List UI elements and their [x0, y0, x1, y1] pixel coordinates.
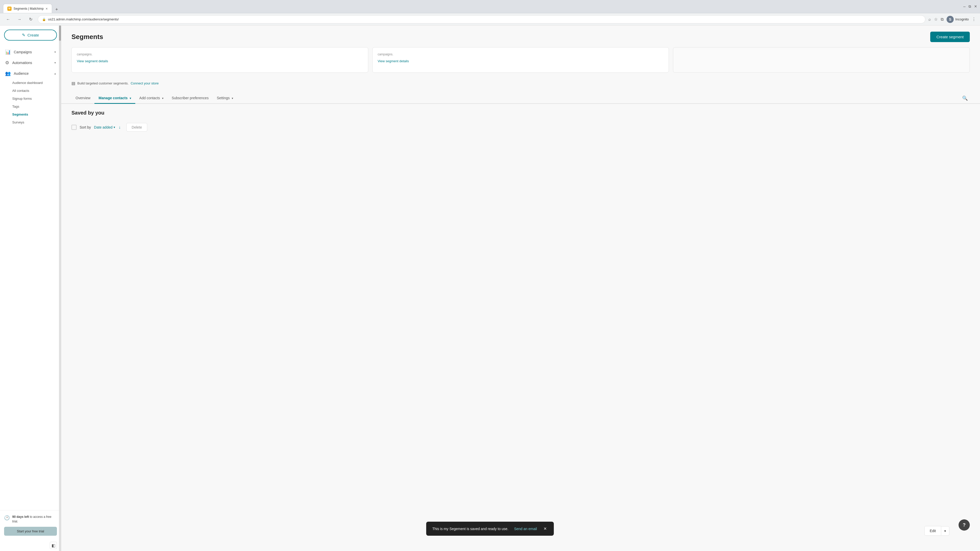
toast-action-link[interactable]: Send an email: [514, 527, 537, 531]
tabs-nav: Overview Manage contacts ▾ Add contacts …: [61, 93, 980, 104]
saved-section: Saved by you Sort by Date added ▾ ↓ Dele…: [61, 104, 980, 142]
main-content: Segments Create segment campaigns. View …: [61, 25, 980, 551]
tab-subscriber-preferences[interactable]: Subscriber preferences: [168, 93, 213, 104]
audience-subnav: Audience dashboard All contacts Signup f…: [0, 79, 61, 126]
toast-close-button[interactable]: ×: [542, 526, 548, 532]
sort-direction-button[interactable]: ↓: [118, 124, 121, 130]
incognito-area: S Incognito: [947, 16, 969, 23]
start-free-trial-button[interactable]: Start your free trial: [4, 527, 57, 536]
app-container: ✎ Create 📊 Campaigns ▾ ⚙ Automations ▾ 👥…: [0, 25, 980, 551]
incognito-label: Incognito: [955, 17, 969, 21]
sort-by-dropdown[interactable]: Date added ▾: [94, 125, 115, 129]
select-all-checkbox[interactable]: [72, 125, 76, 130]
sidebar-scrollbar-thumb: [59, 25, 61, 41]
sort-dropdown-chevron-icon: ▾: [114, 125, 115, 129]
tab-add-contacts-label: Add contacts: [139, 96, 160, 100]
campaigns-icon: 📊: [5, 49, 11, 55]
sidebar-automations-label: Automations: [12, 61, 32, 65]
view-segment-details-link-0[interactable]: View segment details: [77, 59, 363, 63]
forward-button[interactable]: →: [15, 15, 24, 24]
segment-card-1: campaigns. View segment details: [372, 47, 669, 73]
minimize-button[interactable]: –: [963, 4, 966, 9]
browser-more-icon[interactable]: ⋮: [972, 17, 976, 22]
top-bar: Segments Create segment: [61, 25, 980, 47]
help-button[interactable]: ?: [959, 519, 970, 530]
lock-icon: 🔒: [42, 17, 46, 21]
address-bar[interactable]: 🔒 us21.admin.mailchimp.com/audience/segm…: [38, 15, 925, 24]
toast-message-text: This is my Segement is saved and ready t…: [432, 527, 508, 531]
maximize-button[interactable]: ⧉: [969, 4, 971, 9]
manage-contacts-chevron-icon: ▾: [130, 97, 131, 100]
days-left-text: 90 days left: [12, 515, 29, 519]
edit-caret-button[interactable]: ▾: [941, 526, 950, 536]
pencil-icon: ✎: [22, 33, 25, 38]
new-tab-button[interactable]: +: [53, 6, 60, 13]
tab-manage-contacts-label: Manage contacts: [99, 96, 127, 100]
sidebar: ✎ Create 📊 Campaigns ▾ ⚙ Automations ▾ 👥…: [0, 25, 61, 551]
segment-card-1-subtitle: campaigns.: [378, 52, 664, 56]
segment-cards-grid: campaigns. View segment details campaign…: [61, 47, 980, 78]
tab-title: Segments | Mailchimp: [14, 7, 44, 11]
browser-chrome: M Segments | Mailchimp × + – ⧉ ×: [0, 0, 980, 13]
tab-search-button[interactable]: 🔍: [960, 94, 970, 103]
campaigns-chevron-icon: ▾: [54, 50, 56, 54]
incognito-avatar[interactable]: S: [947, 16, 954, 23]
browser-nav-icons: ⌕ ☆ ⧉ S Incognito ⋮: [928, 16, 976, 23]
edit-dropdown: Edit ▾: [924, 526, 950, 536]
back-button[interactable]: ←: [4, 15, 12, 24]
tab-favicon: M: [7, 6, 11, 11]
tab-add-contacts[interactable]: Add contacts ▾: [135, 93, 168, 104]
connect-store-link[interactable]: Connect your store: [130, 81, 159, 85]
clock-icon: 🕐: [4, 515, 10, 521]
sidebar-collapse-button[interactable]: ◧: [50, 542, 57, 549]
tab-settings[interactable]: Settings ▾: [213, 93, 237, 104]
sidebar-create-area: ✎ Create: [4, 30, 57, 41]
create-button[interactable]: ✎ Create: [4, 30, 57, 41]
page-title: Segments: [72, 33, 103, 41]
tab-close-button[interactable]: ×: [46, 6, 48, 11]
browser-search-icon[interactable]: ⌕: [928, 17, 931, 22]
sidebar-item-audience-dashboard[interactable]: Audience dashboard: [12, 79, 61, 87]
sidebar-item-automations[interactable]: ⚙ Automations ▾: [0, 57, 61, 68]
delete-button[interactable]: Delete: [126, 123, 147, 132]
add-contacts-chevron-icon: ▾: [162, 97, 164, 100]
active-tab[interactable]: M Segments | Mailchimp ×: [3, 4, 52, 13]
sidebar-item-campaigns[interactable]: 📊 Campaigns ▾: [0, 47, 61, 57]
saved-section-title: Saved by you: [72, 110, 970, 116]
segment-card-2-empty: [673, 47, 970, 73]
close-window-button[interactable]: ×: [974, 4, 977, 9]
browser-bookmark-icon[interactable]: ☆: [934, 17, 938, 22]
create-label: Create: [27, 33, 39, 37]
store-banner: ▤ Build targeted customer segments. Conn…: [61, 78, 980, 89]
edit-button[interactable]: Edit: [924, 526, 941, 536]
sidebar-item-segments[interactable]: Segments: [12, 110, 61, 118]
store-banner-text: Build targeted customer segments.: [77, 81, 129, 85]
sidebar-audience-label: Audience: [14, 71, 29, 76]
tab-settings-label: Settings: [217, 96, 230, 100]
sort-by-label: Sort by: [80, 125, 91, 129]
address-text: us21.admin.mailchimp.com/audience/segmen…: [48, 17, 119, 21]
store-icon: ▤: [72, 81, 75, 86]
sidebar-item-surveys[interactable]: Surveys: [12, 118, 61, 126]
toast-notification: This is my Segement is saved and ready t…: [426, 522, 554, 536]
sidebar-item-signup-forms[interactable]: Signup forms: [12, 95, 61, 103]
sidebar-nav: 📊 Campaigns ▾ ⚙ Automations ▾ 👥 Audience…: [0, 44, 61, 510]
automations-icon: ⚙: [5, 60, 9, 65]
sidebar-item-audience[interactable]: 👥 Audience ▴: [0, 68, 61, 79]
sidebar-item-tags[interactable]: Tags: [12, 103, 61, 110]
sidebar-item-all-contacts[interactable]: All contacts: [12, 87, 61, 95]
tab-manage-contacts[interactable]: Manage contacts ▾: [94, 93, 135, 104]
audience-chevron-icon: ▴: [54, 72, 56, 75]
trial-text-block: 90 days left to access a free trial.: [12, 514, 57, 524]
trial-info: 🕐 90 days left to access a free trial.: [4, 514, 57, 524]
sort-bar: Sort by Date added ▾ ↓ Delete: [72, 121, 970, 134]
sidebar-campaigns-label: Campaigns: [14, 50, 32, 54]
segment-card-0-subtitle: campaigns.: [77, 52, 363, 56]
automations-chevron-icon: ▾: [54, 61, 56, 65]
reload-button[interactable]: ↻: [27, 15, 35, 24]
tab-overview[interactable]: Overview: [72, 93, 94, 104]
browser-tabs: M Segments | Mailchimp × +: [3, 0, 60, 13]
browser-window-icon[interactable]: ⧉: [941, 17, 943, 22]
create-segment-button[interactable]: Create segment: [930, 32, 970, 42]
view-segment-details-link-1[interactable]: View segment details: [378, 59, 664, 63]
